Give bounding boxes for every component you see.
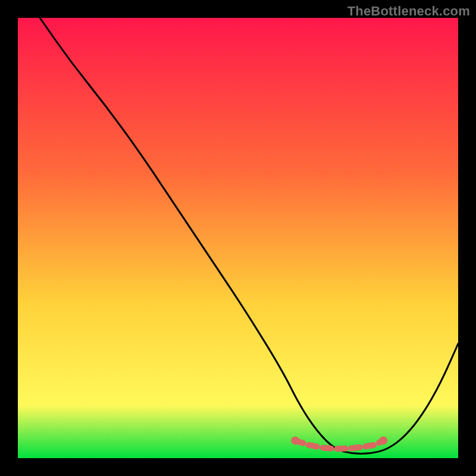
- chart-svg: [18, 18, 458, 458]
- heat-background: [18, 18, 458, 458]
- optimal-range-end: [379, 436, 387, 444]
- optimal-range-start: [291, 436, 299, 444]
- attribution-text: TheBottleneck.com: [347, 4, 470, 19]
- bottleneck-chart: [18, 18, 458, 458]
